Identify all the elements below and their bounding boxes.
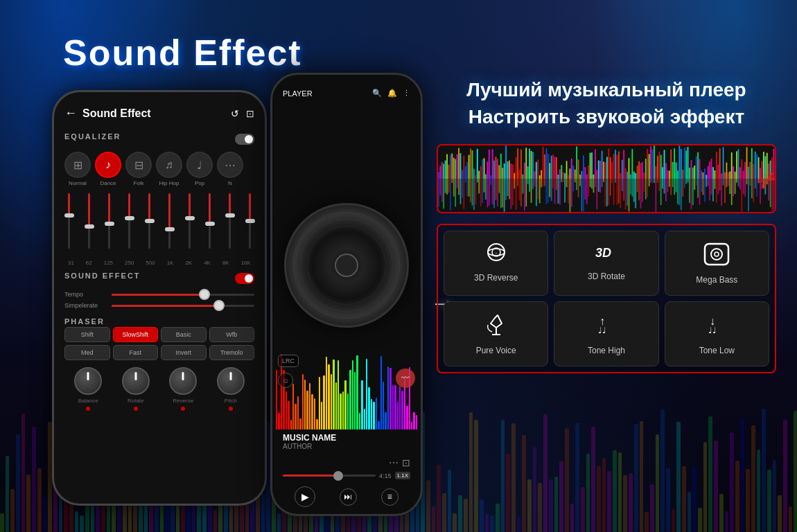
svg-rect-92: [516, 157, 517, 179]
svg-rect-162: [575, 170, 576, 179]
progress-thumb[interactable]: [333, 471, 343, 481]
bottom-eq-bar: [10, 489, 15, 532]
svg-rect-359: [739, 179, 741, 189]
preset-dance[interactable]: ♪ Dance: [95, 152, 121, 186]
eq-slider-9[interactable]: [249, 193, 251, 256]
preset-pop[interactable]: ♩ Pop: [186, 152, 213, 186]
phaser-slowshift[interactable]: SlowShift: [113, 327, 159, 342]
balance-knob[interactable]: [74, 367, 102, 395]
preset-normal[interactable]: ⊞ Normal: [64, 152, 91, 186]
player-eq-bar: [304, 380, 306, 429]
phaser-invert[interactable]: Invert: [161, 345, 207, 360]
tempo-slider[interactable]: [112, 294, 254, 296]
svg-rect-279: [672, 179, 674, 187]
svg-rect-35: [466, 179, 468, 196]
save-icon[interactable]: ⊡: [246, 108, 254, 119]
svg-rect-99: [520, 179, 522, 206]
effect-mega-bass[interactable]: Mega Bass: [665, 231, 769, 296]
preset-more[interactable]: ⋯ N: [217, 152, 243, 186]
effect-3d-rotate[interactable]: 3D 3D Rotate: [554, 231, 658, 296]
eq-slider-5[interactable]: [168, 193, 170, 256]
svg-rect-355: [736, 179, 737, 183]
svg-rect-62: [490, 175, 491, 179]
svg-rect-222: [625, 168, 627, 179]
effect-pure-voice[interactable]: Pure Voice: [444, 301, 548, 366]
back-button[interactable]: ←: [64, 106, 77, 121]
svg-rect-131: [548, 179, 549, 203]
reverse-dot: [181, 407, 185, 411]
tempo-thumb[interactable]: [199, 289, 210, 300]
eq-slider-8[interactable]: [229, 193, 231, 256]
svg-rect-181: [590, 179, 591, 187]
effect-3d-reverse[interactable]: · 3D Reverse: [444, 231, 548, 296]
effect-tone-high[interactable]: ↑ ♩♩ Tone High: [554, 301, 658, 366]
next-button[interactable]: ⏭: [340, 488, 357, 506]
progress-area: ⋯ ⊡ 4:15 1.1X ▶ ⏭ ≡: [272, 454, 421, 514]
svg-rect-134: [551, 156, 552, 179]
svg-rect-42: [473, 169, 475, 179]
eq-slider-2[interactable]: [108, 193, 110, 256]
sound-effect-toggle[interactable]: [235, 273, 254, 284]
bottom-eq-bar: [645, 512, 649, 532]
svg-rect-69: [496, 179, 497, 200]
svg-rect-63: [490, 179, 491, 185]
phaser-tremolo[interactable]: Tremolo: [209, 345, 255, 360]
simpelerate-thumb[interactable]: [213, 300, 225, 311]
preset-normal-label: Normal: [69, 180, 87, 186]
svg-rect-77: [502, 179, 503, 207]
face-button[interactable]: ☺: [278, 373, 293, 388]
bottom-eq-bar: [234, 504, 238, 532]
player-eq-bar: [299, 418, 301, 429]
eq-slider-6[interactable]: [189, 193, 191, 256]
player-eq-bar: [385, 412, 386, 429]
svg-rect-332: [717, 165, 719, 179]
share-icon[interactable]: ⊡: [402, 457, 410, 468]
pitch-knob[interactable]: [217, 367, 245, 395]
svg-rect-111: [531, 179, 532, 203]
eq-slider-4[interactable]: [148, 193, 150, 256]
speed-display[interactable]: 1.1X: [395, 472, 410, 479]
more-icon[interactable]: ⋯: [389, 457, 398, 468]
progress-bar[interactable]: [283, 475, 376, 477]
phone-screen: ← Sound Effect ↺ ⊡ EQUALIZER ⊞ Normal ♪ …: [54, 92, 265, 504]
player-title: PLAYER: [283, 89, 313, 98]
bottom-eq-bar: [464, 499, 468, 532]
equalizer-toggle[interactable]: [235, 134, 254, 145]
svg-rect-405: [705, 244, 728, 265]
svg-rect-176: [586, 175, 588, 179]
player-eq-bar: [344, 380, 346, 429]
search-icon[interactable]: 🔍: [372, 89, 382, 98]
eq-slider-0[interactable]: [68, 193, 70, 256]
lrc-button[interactable]: LRC: [278, 355, 299, 367]
preset-hiphop[interactable]: ♬ Hip Hop: [156, 152, 182, 186]
bottom-eq-bar: [554, 477, 559, 532]
bottom-eq-bar: [575, 423, 579, 532]
waveform-button[interactable]: 〰: [396, 369, 415, 388]
effect-tone-low[interactable]: ↓ ♩♩ Tone Low: [665, 301, 769, 366]
bottom-eq-bar: [437, 465, 441, 532]
phaser-med[interactable]: Med: [64, 345, 110, 360]
eq-slider-1[interactable]: [88, 193, 90, 256]
svg-rect-3: [439, 179, 441, 195]
svg-rect-151: [564, 179, 566, 202]
bell-icon[interactable]: 🔔: [387, 89, 397, 98]
bottom-eq-bar: [607, 471, 611, 532]
svg-rect-311: [699, 179, 701, 205]
phaser-basic[interactable]: Basic: [161, 327, 207, 342]
preset-folk[interactable]: ⊟ Folk: [125, 152, 152, 186]
simpelerate-slider[interactable]: [112, 305, 254, 307]
refresh-icon[interactable]: ↺: [231, 108, 239, 119]
reverse-knob[interactable]: [169, 367, 197, 395]
rotate-knob[interactable]: [122, 367, 150, 395]
phaser-wfb[interactable]: Wfb: [209, 327, 255, 342]
menu-icon[interactable]: ⋮: [403, 89, 410, 98]
eq-slider-7[interactable]: [209, 193, 211, 256]
play-button[interactable]: ▶: [295, 486, 315, 507]
bottom-eq-bar: [75, 511, 79, 532]
bottom-eq-bar: [676, 422, 681, 532]
eq-slider-3[interactable]: [128, 193, 130, 256]
phaser-fast[interactable]: Fast: [113, 345, 159, 360]
phaser-shift[interactable]: Shift: [64, 327, 110, 342]
playlist-button[interactable]: ≡: [381, 488, 398, 506]
svg-rect-212: [617, 155, 618, 179]
